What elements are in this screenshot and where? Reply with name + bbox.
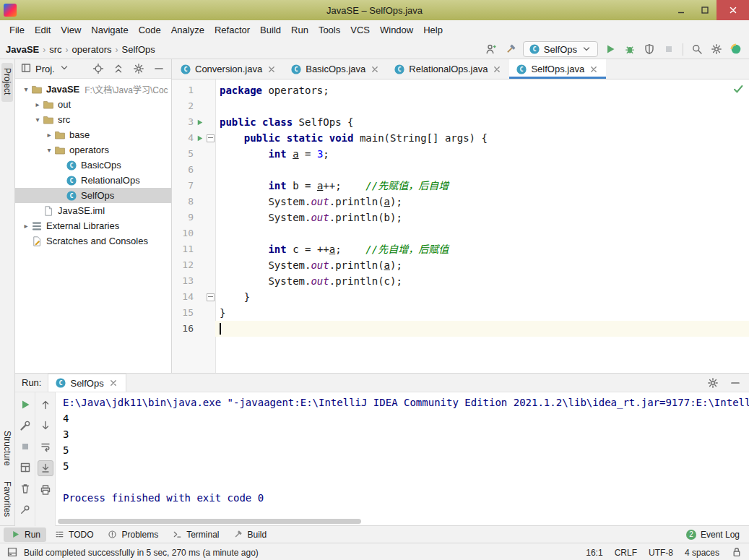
menu-code[interactable]: Code	[134, 22, 166, 38]
editor-line-10[interactable]: 10	[172, 225, 749, 241]
coverage-action-button[interactable]	[642, 42, 657, 56]
tree-item-scratches-and-consoles[interactable]: Scratches and Consoles	[15, 233, 171, 249]
editor-line-1[interactable]: 1package operators;	[172, 82, 749, 98]
user-tool-button[interactable]	[484, 42, 498, 56]
editor-line-4[interactable]: 4 public static void main(String[] args)…	[172, 130, 749, 146]
title-bar[interactable]: JavaSE – SelfOps.java	[0, 0, 749, 20]
editor-line-3[interactable]: 3public class SelfOps {	[172, 114, 749, 130]
toolwindow-tab-favorites[interactable]: Favorites	[1, 476, 13, 524]
run-config-select[interactable]: CSelfOps	[523, 41, 598, 57]
close-small-icon[interactable]	[588, 64, 599, 75]
fold-marker[interactable]	[206, 293, 215, 301]
tree-item-operators[interactable]: ▾operators	[15, 142, 171, 158]
caret-position[interactable]: 16:1	[586, 548, 602, 558]
editor-line-14[interactable]: 14 }	[172, 289, 749, 305]
menu-help[interactable]: Help	[418, 22, 448, 38]
editor-line-9[interactable]: 9 System.out.println(b);	[172, 210, 749, 225]
gutter-icon-slot[interactable]	[194, 116, 206, 128]
menu-refactor[interactable]: Refactor	[209, 22, 255, 38]
editor-tab-relationalops-java[interactable]: CRelationalOps.java	[387, 59, 509, 79]
rerun-button[interactable]	[18, 397, 33, 412]
debug-action-button[interactable]	[623, 42, 637, 56]
run-header-gear-button[interactable]	[706, 376, 720, 390]
scroll-to-end-button[interactable]	[38, 460, 53, 476]
editor-line-12[interactable]: 12 System.out.println(a);	[172, 257, 749, 273]
hammer-tool-button[interactable]	[503, 42, 518, 56]
editor-line-15[interactable]: 15}	[172, 305, 749, 321]
menu-view[interactable]: View	[56, 22, 86, 38]
project-hide-button[interactable]	[152, 61, 166, 76]
editor-line-7[interactable]: 7 int b = a++; //先赋值，后自增	[172, 178, 749, 194]
toolwindow-button-build[interactable]: Build	[227, 527, 273, 542]
fold-marker[interactable]	[206, 134, 215, 142]
close-small-icon[interactable]	[266, 64, 277, 75]
tree-chevron-icon[interactable]: ▾	[21, 85, 31, 93]
tree-item-selfops[interactable]: CSelfOps	[15, 188, 171, 203]
editor-tab-selfops-java[interactable]: CSelfOps.java	[509, 59, 606, 79]
run-console[interactable]: E:\Java\jdk11\bin\java.exe "-javaagent:E…	[56, 392, 749, 526]
toolwindow-tab-project[interactable]: Project	[1, 63, 13, 102]
inspection-status[interactable]	[732, 83, 744, 97]
line-ending[interactable]: CRLF	[615, 548, 637, 558]
tree-item-external-libraries[interactable]: ▸External Libraries	[15, 218, 171, 233]
menu-edit[interactable]: Edit	[30, 22, 56, 38]
console-horizontal-scrollbar[interactable]	[58, 519, 361, 524]
pin-button[interactable]	[18, 502, 33, 517]
editor-line-16[interactable]: 16	[172, 321, 749, 337]
tree-chevron-icon[interactable]: ▾	[33, 116, 43, 124]
tree-item-javase-iml[interactable]: JavaSE.iml	[15, 203, 171, 218]
status-left-icon-slot[interactable]	[7, 546, 18, 560]
breadcrumb-item-javase[interactable]: JavaSE	[6, 44, 39, 55]
restore-layout-button[interactable]	[18, 460, 33, 475]
project-collapse-all-button[interactable]	[111, 61, 126, 76]
code-editor[interactable]: 1package operators;23public class SelfOp…	[172, 79, 749, 373]
editor-line-8[interactable]: 8 System.out.println(a);	[172, 194, 749, 210]
ide-circle-button[interactable]	[729, 42, 743, 56]
close-small-icon[interactable]	[369, 64, 381, 75]
project-locate-button[interactable]	[91, 61, 105, 76]
up-stack-button[interactable]	[38, 397, 53, 412]
settings-button[interactable]	[18, 418, 33, 433]
breadcrumb-item-src[interactable]: src	[49, 44, 61, 55]
fold-box-icon[interactable]	[207, 134, 215, 142]
tree-item-basicops[interactable]: CBasicOps	[15, 158, 171, 173]
close-small-icon[interactable]	[491, 64, 503, 75]
toolwindow-button-terminal[interactable]: Terminal	[165, 527, 225, 542]
tree-chevron-icon[interactable]: ▸	[21, 222, 31, 230]
editor-line-5[interactable]: 5 int a = 3;	[172, 146, 749, 162]
menu-file[interactable]: File	[4, 22, 30, 38]
tree-chevron-icon[interactable]: ▸	[33, 100, 43, 108]
tree-item-src[interactable]: ▾src	[15, 112, 171, 127]
tree-item-relationalops[interactable]: CRelationalOps	[15, 173, 171, 188]
tree-chevron-icon[interactable]: ▾	[44, 146, 54, 154]
stop-action-button[interactable]	[662, 42, 676, 56]
tree-item-javase[interactable]: ▾JavaSEF:\文档\Java学习\Coc	[15, 82, 171, 97]
close-small-icon[interactable]	[108, 377, 119, 389]
run-header-hide-button[interactable]	[728, 376, 742, 390]
project-gear-button[interactable]	[131, 61, 146, 76]
fold-box-icon[interactable]	[207, 293, 215, 301]
event-log-button[interactable]: 2Event Log	[686, 530, 745, 540]
maximize-button[interactable]	[693, 0, 716, 20]
menu-analyze[interactable]: Analyze	[166, 22, 209, 38]
gear-button[interactable]	[709, 42, 724, 56]
tree-item-out[interactable]: ▸out	[15, 97, 171, 112]
editor-line-2[interactable]: 2	[172, 98, 749, 114]
soft-wrap-button[interactable]	[38, 439, 53, 454]
print-button[interactable]	[38, 483, 53, 497]
minimize-button[interactable]	[669, 0, 693, 20]
toolwindow-tab-structure[interactable]: Structure	[1, 426, 13, 473]
run-icon[interactable]	[194, 116, 206, 128]
menu-vcs[interactable]: VCS	[345, 22, 375, 38]
menu-build[interactable]: Build	[255, 22, 286, 38]
lock-icon[interactable]	[731, 546, 742, 558]
project-panel-chevron-slot[interactable]	[59, 62, 70, 76]
editor-line-6[interactable]: 6	[172, 162, 749, 178]
breadcrumb-item-operators[interactable]: operators	[72, 44, 112, 55]
project-panel-title[interactable]: Proj.	[35, 64, 55, 74]
run-icon[interactable]	[194, 132, 206, 144]
run-action-button[interactable]	[603, 42, 618, 56]
tree-item-base[interactable]: ▸base	[15, 127, 171, 142]
down-stack-button[interactable]	[38, 418, 53, 433]
menu-window[interactable]: Window	[375, 22, 418, 38]
